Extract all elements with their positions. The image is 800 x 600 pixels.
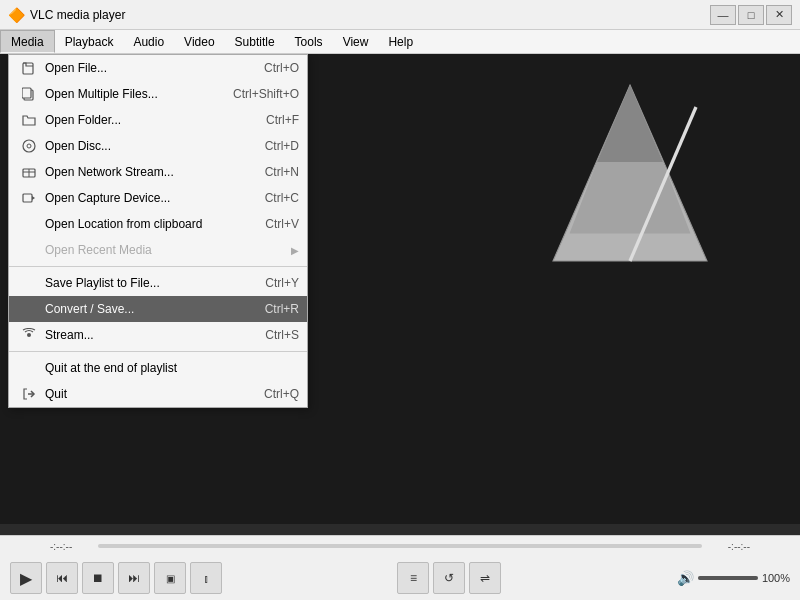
title-bar: 🔶 VLC media player — □ ✕ <box>0 0 800 30</box>
menu-item-open-file[interactable]: Open File... Ctrl+O <box>9 55 307 81</box>
open-location-label: Open Location from clipboard <box>45 217 245 231</box>
open-folder-label: Open Folder... <box>45 113 246 127</box>
svg-rect-12 <box>23 194 32 202</box>
window-controls: — □ ✕ <box>710 5 792 25</box>
menu-playback[interactable]: Playback <box>55 30 124 53</box>
menu-bar: Media Playback Audio Video Subtitle Tool… <box>0 30 800 54</box>
progress-track[interactable] <box>98 544 702 548</box>
next-button[interactable]: ⏭ <box>118 562 150 594</box>
menu-item-open-disc[interactable]: Open Disc... Ctrl+D <box>9 133 307 159</box>
open-multiple-icon <box>17 87 41 101</box>
volume-label: 100% <box>762 572 790 584</box>
prev-button[interactable]: ⏮ <box>46 562 78 594</box>
quit-label: Quit <box>45 387 244 401</box>
maximize-button[interactable]: □ <box>738 5 764 25</box>
open-multiple-label: Open Multiple Files... <box>45 87 213 101</box>
open-file-shortcut: Ctrl+O <box>264 61 299 75</box>
menu-subtitle[interactable]: Subtitle <box>225 30 285 53</box>
open-disc-shortcut: Ctrl+D <box>265 139 299 153</box>
quit-end-label: Quit at the end of playlist <box>45 361 299 375</box>
convert-save-label: Convert / Save... <box>45 302 245 316</box>
open-recent-label: Open Recent Media <box>45 243 281 257</box>
menu-help[interactable]: Help <box>378 30 423 53</box>
play-button[interactable]: ▶ <box>10 562 42 594</box>
menu-item-open-capture[interactable]: Open Capture Device... Ctrl+C <box>9 185 307 211</box>
menu-item-quit-end[interactable]: Quit at the end of playlist <box>9 355 307 381</box>
svg-marker-13 <box>32 196 35 200</box>
stream-icon <box>17 328 41 342</box>
menu-item-save-playlist[interactable]: Save Playlist to File... Ctrl+Y <box>9 270 307 296</box>
open-network-icon <box>17 165 41 179</box>
app-icon: 🔶 <box>8 7 24 23</box>
open-multiple-shortcut: Ctrl+Shift+O <box>233 87 299 101</box>
menu-media[interactable]: Media <box>0 30 55 53</box>
save-playlist-label: Save Playlist to File... <box>45 276 245 290</box>
open-capture-shortcut: Ctrl+C <box>265 191 299 205</box>
open-capture-icon <box>17 191 41 205</box>
open-disc-icon <box>17 139 41 153</box>
open-capture-label: Open Capture Device... <box>45 191 245 205</box>
svg-point-7 <box>23 140 35 152</box>
separator-1 <box>9 266 307 267</box>
media-dropdown-menu: Open File... Ctrl+O Open Multiple Files.… <box>8 54 308 408</box>
svg-marker-1 <box>597 85 663 162</box>
controls-row: ▶ ⏮ ⏹ ⏭ ▣ ⫿ ≡ ↺ ⇌ 🔊 100% <box>0 556 800 600</box>
stream-label: Stream... <box>45 328 245 342</box>
menu-item-open-location[interactable]: Open Location from clipboard Ctrl+V <box>9 211 307 237</box>
menu-item-open-recent[interactable]: Open Recent Media ▶ <box>9 237 307 263</box>
convert-save-shortcut: Ctrl+R <box>265 302 299 316</box>
open-file-icon <box>17 61 41 75</box>
minimize-button[interactable]: — <box>710 5 736 25</box>
progress-bar-area: -:--:-- -:--:-- <box>0 536 800 556</box>
volume-fill <box>698 576 758 580</box>
menu-item-open-network[interactable]: Open Network Stream... Ctrl+N <box>9 159 307 185</box>
eq-button[interactable]: ⫿ <box>190 562 222 594</box>
svg-marker-2 <box>570 162 691 234</box>
open-file-label: Open File... <box>45 61 244 75</box>
time-left: -:--:-- <box>50 541 90 552</box>
svg-point-8 <box>27 144 31 148</box>
quit-icon <box>17 387 41 401</box>
stream-shortcut: Ctrl+S <box>265 328 299 342</box>
volume-icon: 🔊 <box>677 570 694 586</box>
volume-slider[interactable] <box>698 576 758 580</box>
save-playlist-shortcut: Ctrl+Y <box>265 276 299 290</box>
menu-item-convert-save[interactable]: Convert / Save... Ctrl+R <box>9 296 307 322</box>
random-button[interactable]: ⇌ <box>469 562 501 594</box>
bottom-bar: -:--:-- -:--:-- ▶ ⏮ ⏹ ⏭ ▣ ⫿ ≡ ↺ ⇌ 🔊 100% <box>0 535 800 600</box>
svg-rect-6 <box>22 88 31 98</box>
open-location-shortcut: Ctrl+V <box>265 217 299 231</box>
loop-button[interactable]: ↺ <box>433 562 465 594</box>
menu-tools[interactable]: Tools <box>285 30 333 53</box>
separator-2 <box>9 351 307 352</box>
menu-audio[interactable]: Audio <box>123 30 174 53</box>
stop-button[interactable]: ⏹ <box>82 562 114 594</box>
open-network-label: Open Network Stream... <box>45 165 245 179</box>
menu-view[interactable]: View <box>333 30 379 53</box>
playlist-button[interactable]: ≡ <box>397 562 429 594</box>
open-network-shortcut: Ctrl+N <box>265 165 299 179</box>
main-area: Open File... Ctrl+O Open Multiple Files.… <box>0 54 800 524</box>
svg-rect-4 <box>23 63 33 74</box>
svg-point-14 <box>27 333 31 337</box>
open-folder-icon <box>17 113 41 127</box>
volume-area: 🔊 100% <box>677 570 790 586</box>
menu-item-quit[interactable]: Quit Ctrl+Q <box>9 381 307 407</box>
vlc-cone <box>520 74 740 294</box>
menu-item-open-multiple[interactable]: Open Multiple Files... Ctrl+Shift+O <box>9 81 307 107</box>
open-recent-arrow: ▶ <box>291 245 299 256</box>
open-disc-label: Open Disc... <box>45 139 245 153</box>
window-title: VLC media player <box>30 8 710 22</box>
open-folder-shortcut: Ctrl+F <box>266 113 299 127</box>
frame-by-frame-button[interactable]: ▣ <box>154 562 186 594</box>
close-button[interactable]: ✕ <box>766 5 792 25</box>
quit-shortcut: Ctrl+Q <box>264 387 299 401</box>
menu-video[interactable]: Video <box>174 30 224 53</box>
menu-item-stream[interactable]: Stream... Ctrl+S <box>9 322 307 348</box>
menu-item-open-folder[interactable]: Open Folder... Ctrl+F <box>9 107 307 133</box>
time-right: -:--:-- <box>710 541 750 552</box>
